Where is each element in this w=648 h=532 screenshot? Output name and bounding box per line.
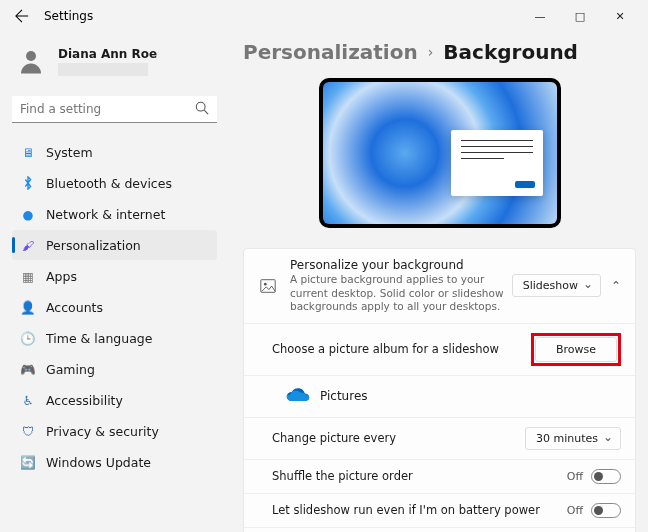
background-settings-card: Personalize your background A picture ba…	[243, 248, 636, 532]
update-icon: 🔄	[20, 454, 36, 470]
nav-gaming[interactable]: 🎮Gaming	[12, 354, 217, 384]
preview-window	[451, 130, 543, 196]
user-name: Diana Ann Roe	[58, 47, 157, 61]
display-icon: 🖥	[20, 144, 36, 160]
sidebar: Diana Ann Roe 🖥System Bluetooth & device…	[0, 32, 225, 532]
desktop-preview	[319, 78, 561, 228]
svg-point-0	[26, 51, 36, 61]
shuffle-toggle[interactable]	[591, 469, 621, 484]
content-pane: Personalization › Background Personali	[225, 32, 648, 532]
nav-accounts[interactable]: 👤Accounts	[12, 292, 217, 322]
bluetooth-icon	[20, 175, 36, 191]
change-interval-label: Change picture every	[272, 431, 525, 445]
page-title: Background	[443, 40, 578, 64]
nav-accessibility[interactable]: ♿Accessibility	[12, 385, 217, 415]
search-input[interactable]	[12, 96, 217, 123]
battery-label: Let slideshow run even if I'm on battery…	[272, 503, 567, 517]
gaming-icon: 🎮	[20, 361, 36, 377]
browse-button[interactable]: Browse	[535, 337, 617, 362]
personalize-title: Personalize your background	[290, 258, 512, 272]
personalize-subtitle: A picture background applies to your cur…	[290, 273, 512, 314]
background-type-dropdown[interactable]: Slideshow	[512, 274, 601, 297]
search-icon	[195, 101, 209, 118]
minimize-button[interactable]: —	[520, 2, 560, 30]
nav-system[interactable]: 🖥System	[12, 137, 217, 167]
album-row-label: Choose a picture album for a slideshow	[272, 342, 531, 356]
wifi-icon: ●	[20, 206, 36, 222]
wallpaper-thumbnail	[323, 82, 557, 224]
onedrive-icon	[286, 386, 310, 407]
svg-point-1	[196, 102, 205, 111]
nav-bluetooth[interactable]: Bluetooth & devices	[12, 168, 217, 198]
album-folder-row[interactable]: Pictures	[244, 376, 635, 418]
nav-network[interactable]: ●Network & internet	[12, 199, 217, 229]
arrow-left-icon	[15, 9, 29, 23]
chevron-up-icon[interactable]: ⌃	[611, 279, 621, 293]
title-bar: Settings — □ ✕	[0, 0, 648, 32]
avatar	[14, 44, 48, 78]
nav-update[interactable]: 🔄Windows Update	[12, 447, 217, 477]
back-button[interactable]	[8, 2, 36, 30]
maximize-button[interactable]: □	[560, 2, 600, 30]
highlight-annotation: Browse	[531, 333, 621, 366]
search-box[interactable]	[12, 96, 217, 123]
clock-icon: 🕒	[20, 330, 36, 346]
nav-privacy[interactable]: 🛡Privacy & security	[12, 416, 217, 446]
shuffle-label: Shuffle the picture order	[272, 469, 567, 483]
accessibility-icon: ♿	[20, 392, 36, 408]
battery-toggle[interactable]	[591, 503, 621, 518]
svg-point-4	[264, 283, 267, 286]
svg-line-2	[204, 110, 208, 114]
shield-icon: 🛡	[20, 423, 36, 439]
user-email-placeholder	[58, 63, 148, 76]
change-interval-dropdown[interactable]: 30 minutes	[525, 427, 621, 450]
picture-icon	[258, 276, 278, 296]
person-icon	[16, 46, 46, 76]
breadcrumb-parent[interactable]: Personalization	[243, 40, 418, 64]
profile-block[interactable]: Diana Ann Roe	[12, 40, 217, 92]
chevron-right-icon: ›	[428, 44, 434, 60]
shuffle-state: Off	[567, 470, 583, 483]
nav-apps[interactable]: ▦Apps	[12, 261, 217, 291]
breadcrumb: Personalization › Background	[243, 40, 636, 64]
apps-icon: ▦	[20, 268, 36, 284]
album-folder-name: Pictures	[320, 389, 368, 403]
nav-list: 🖥System Bluetooth & devices ●Network & i…	[12, 137, 217, 477]
account-icon: 👤	[20, 299, 36, 315]
nav-time-lang[interactable]: 🕒Time & language	[12, 323, 217, 353]
nav-personalization[interactable]: 🖌Personalization	[12, 230, 217, 260]
battery-state: Off	[567, 504, 583, 517]
brush-icon: 🖌	[20, 237, 36, 253]
close-button[interactable]: ✕	[600, 2, 640, 30]
app-title: Settings	[44, 9, 93, 23]
